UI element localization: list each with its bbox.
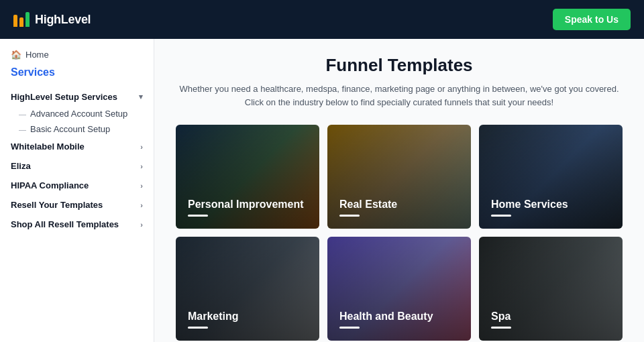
logo: HighLevel (13, 12, 91, 27)
logo-bar-left (13, 15, 17, 27)
card-underline (339, 327, 360, 329)
card-real-estate[interactable]: Real Estate (327, 125, 471, 229)
card-health-beauty-title: Health and Beauty (339, 310, 433, 323)
card-health-beauty-content: Health and Beauty (339, 310, 433, 329)
card-spa-content: Spa (491, 310, 511, 329)
sidebar-item-whitelabel-mobile[interactable]: Whitelabel Mobile › (0, 137, 154, 156)
card-personal-improvement-content: Personal Improvement (188, 198, 304, 217)
speak-to-us-button[interactable]: Speak to Us (553, 9, 631, 30)
card-health-beauty[interactable]: Health and Beauty (327, 237, 471, 341)
card-marketing-title: Marketing (188, 310, 239, 323)
card-spa-title: Spa (491, 310, 511, 323)
content-area: Funnel Templates Whether you need a heal… (154, 39, 644, 342)
chevron-right-icon: › (140, 162, 143, 170)
home-icon: 🏠 (11, 50, 21, 60)
sidebar-item-eliza[interactable]: Eliza › (0, 156, 154, 176)
sidebar-section-highlevel-setup[interactable]: HighLevel Setup Services ▾ (0, 88, 154, 106)
logo-icon (13, 12, 30, 27)
card-home-services-content: Home Services (491, 198, 568, 217)
logo-bar-right (25, 12, 30, 27)
card-personal-improvement[interactable]: Personal Improvement (176, 125, 319, 229)
chevron-right-icon: › (140, 221, 143, 229)
breadcrumb-home-label: Home (25, 50, 49, 60)
card-real-estate-content: Real Estate (339, 198, 397, 217)
sidebar-sub-advanced-account-setup[interactable]: Advanced Account Setup (0, 106, 154, 121)
card-marketing-content: Marketing (188, 310, 239, 329)
chevron-right-icon: › (140, 143, 143, 151)
card-underline (491, 327, 511, 329)
page-title: Funnel Templates (176, 55, 623, 76)
header: HighLevel Speak to Us (0, 0, 644, 39)
chevron-right-icon: › (140, 201, 143, 209)
card-underline (188, 327, 208, 329)
sidebar-services-label: Services (0, 66, 154, 88)
sidebar-section-highlevel-setup-label: HighLevel Setup Services (11, 92, 117, 102)
card-home-services-title: Home Services (491, 198, 568, 211)
logo-bar-mid (19, 17, 23, 27)
chevron-right-icon: › (140, 182, 143, 190)
card-marketing[interactable]: Marketing (176, 237, 319, 341)
card-spa[interactable]: Spa (479, 237, 623, 341)
sidebar-item-hipaa[interactable]: HIPAA Compliance › (0, 176, 154, 195)
sidebar-item-resell-templates[interactable]: Resell Your Templates › (0, 195, 154, 215)
breadcrumb[interactable]: 🏠 Home (0, 50, 154, 66)
card-underline (339, 215, 360, 217)
card-underline (491, 215, 511, 217)
card-home-services[interactable]: Home Services (479, 125, 623, 229)
logo-text: HighLevel (35, 13, 91, 27)
sidebar: 🏠 Home Services HighLevel Setup Services… (0, 39, 154, 342)
page-description: Whether you need a healthcare, medspa, f… (176, 82, 623, 109)
sidebar-sub-basic-account-setup[interactable]: Basic Account Setup (0, 121, 154, 137)
chevron-down-icon: ▾ (139, 93, 143, 101)
sidebar-item-shop-resell[interactable]: Shop All Resell Templates › (0, 215, 154, 234)
main-layout: 🏠 Home Services HighLevel Setup Services… (0, 39, 644, 342)
funnel-grid: Personal Improvement Real Estate Home Se… (176, 125, 623, 341)
card-underline (188, 215, 208, 217)
card-personal-improvement-title: Personal Improvement (188, 198, 304, 211)
card-real-estate-title: Real Estate (339, 198, 397, 211)
